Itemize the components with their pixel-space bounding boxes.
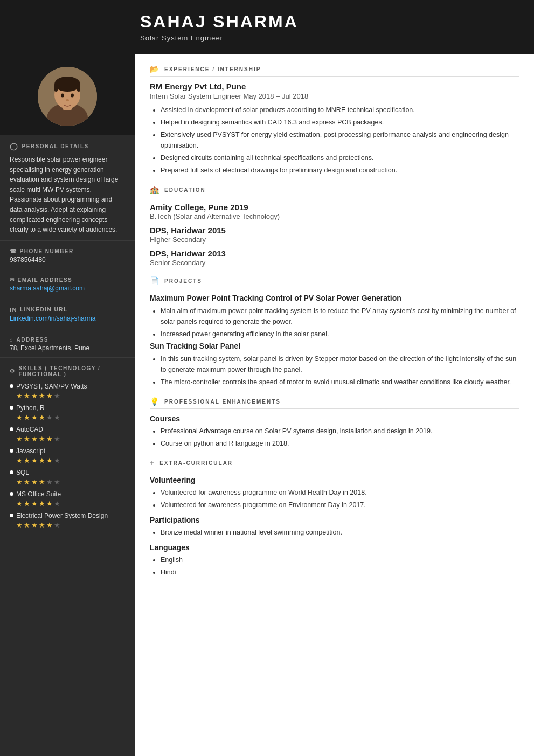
star-empty: ★	[54, 392, 60, 400]
exp-company: RM Energy Pvt Ltd, Pune	[150, 82, 519, 91]
skill-item: AutoCAD★★★★★★	[10, 426, 125, 443]
skill-bullet-dot	[10, 427, 13, 431]
edu-list: Amity College, Pune 2019B.Tech (Solar an…	[150, 203, 519, 267]
main-layout: ◯ PERSONAL DETAILS Responsible solar pow…	[0, 54, 534, 756]
star-empty: ★	[54, 500, 60, 508]
star-filled: ★	[16, 435, 23, 443]
pro-enh-bullets: Professional Advantage course on Solar P…	[150, 426, 519, 449]
skill-stars: ★★★★★★	[16, 456, 125, 464]
skill-stars: ★★★★★★	[16, 500, 125, 508]
project-title: Sun Tracking Solar Panel	[150, 342, 519, 350]
skill-name: SQL	[10, 469, 125, 476]
volunteering-bullets: Volunteered for awareness programme on W…	[150, 487, 519, 510]
exp-bullets: Assisted in development of solar product…	[150, 105, 519, 176]
star-filled: ★	[24, 413, 30, 421]
projects-list: Maximum Power Point Tracking Control of …	[150, 294, 519, 387]
star-filled: ★	[16, 456, 23, 464]
star-filled: ★	[46, 500, 53, 508]
edu-degree: Senior Secondary	[150, 259, 519, 267]
skill-bullet-dot	[10, 406, 13, 410]
projects-icon: 📄	[150, 276, 160, 285]
languages-title: Languages	[150, 543, 519, 552]
star-filled: ★	[16, 500, 23, 508]
skill-bullet-dot	[10, 449, 13, 453]
exp-bullet-item: Assisted in development of solar product…	[161, 105, 519, 115]
skill-bullet-dot	[10, 514, 13, 517]
star-filled: ★	[16, 478, 23, 486]
sidebar: ◯ PERSONAL DETAILS Responsible solar pow…	[0, 54, 135, 756]
svg-rect-5	[54, 84, 58, 92]
volunteering-bullet-item: Volunteered for awareness programme on E…	[161, 500, 519, 510]
language-item: English	[161, 554, 519, 565]
skill-item: Javascript★★★★★★	[10, 447, 125, 464]
star-filled: ★	[39, 521, 45, 529]
participations-bullets: Bronze medal winner in national level sw…	[150, 527, 519, 538]
home-icon: ⌂	[10, 337, 14, 343]
candidate-name: SAHAJ SHARMA	[140, 12, 299, 32]
star-filled: ★	[39, 392, 45, 400]
pro-enh-icon: 💡	[150, 397, 160, 406]
project-title: Maximum Power Point Tracking Control of …	[150, 294, 519, 302]
star-empty: ★	[54, 456, 60, 464]
skill-name: Javascript	[10, 447, 125, 455]
pro-enh-bullet-item: Professional Advantage course on Solar P…	[161, 426, 519, 436]
star-filled: ★	[24, 478, 30, 486]
extra-icon: +	[150, 459, 155, 467]
svg-point-4	[54, 77, 80, 92]
exp-bullet-item: Prepared full sets of electrical drawing…	[161, 165, 519, 176]
skill-item: PVSYST, SAM/PV Watts★★★★★★	[10, 383, 125, 400]
star-filled: ★	[46, 392, 53, 400]
star-empty: ★	[54, 413, 60, 421]
email-section: ✉ Email Address sharma.sahaj@gmail.com	[0, 269, 135, 299]
graduation-icon: 🏫	[150, 185, 160, 194]
star-filled: ★	[39, 500, 45, 508]
star-empty: ★	[46, 478, 53, 486]
header: SAHAJ SHARMA Solar System Engineer	[0, 0, 534, 54]
linkedin-value: Linkedin.com/in/sahaj-sharma	[10, 315, 125, 322]
edu-org: DPS, Haridwar 2013	[150, 249, 519, 258]
skill-name: PVSYST, SAM/PV Watts	[10, 383, 125, 390]
phone-label: ☎ Phone Number	[10, 248, 125, 254]
star-filled: ★	[31, 435, 38, 443]
participations-title: Participations	[150, 516, 519, 524]
phone-icon: ☎	[10, 248, 17, 254]
star-filled: ★	[31, 413, 38, 421]
extra-curricular-section: + EXTRA-CURRICULAR Volunteering Voluntee…	[150, 459, 519, 578]
email-value: sharma.sahaj@gmail.com	[10, 285, 125, 292]
project-bullet-item: In this sun tracking system, solar panel…	[161, 353, 519, 375]
briefcase-icon: 📂	[150, 65, 160, 73]
education-title: 🏫 EDUCATION	[150, 185, 519, 197]
projects-title: 📄 PROJECTS	[150, 276, 519, 288]
avatar	[38, 67, 97, 126]
language-item: Hindi	[161, 567, 519, 578]
star-filled: ★	[16, 413, 23, 421]
edu-degree: Higher Secondary	[150, 235, 519, 244]
exp-bullet-item: Extensively used PVSYST for energy yield…	[161, 129, 519, 151]
professional-enhancements-section: 💡 PROFESSIONAL ENHANCEMENTS Courses Prof…	[150, 397, 519, 449]
star-filled: ★	[24, 456, 30, 464]
star-filled: ★	[46, 435, 53, 443]
star-filled: ★	[24, 521, 30, 529]
star-filled: ★	[39, 456, 45, 464]
skill-stars: ★★★★★★	[16, 413, 125, 421]
exp-bullet-item: Designed circuits containing all technic…	[161, 152, 519, 163]
participation-bullet-item: Bronze medal winner in national level sw…	[161, 527, 519, 538]
star-empty: ★	[54, 521, 60, 529]
exp-role: Intern Solar System Engineer May 2018 – …	[150, 92, 519, 100]
project-bullet-item: The micro-controller controls the speed …	[161, 377, 519, 387]
personal-details-section: ◯ PERSONAL DETAILS Responsible solar pow…	[0, 135, 135, 241]
skill-name: Electrical Power System Design	[10, 512, 125, 519]
star-filled: ★	[24, 500, 30, 508]
star-filled: ★	[39, 413, 45, 421]
skill-stars: ★★★★★★	[16, 521, 125, 529]
projects-section: 📄 PROJECTS Maximum Power Point Tracking …	[150, 276, 519, 387]
bio-text: Responsible solar power engineer special…	[10, 155, 125, 235]
star-filled: ★	[39, 478, 45, 486]
project-bullet-item: Increased power generating efficiency in…	[161, 329, 519, 339]
project-bullet-item: Main aim of maximum power point tracking…	[161, 306, 519, 327]
skill-bullet-dot	[10, 470, 13, 474]
phone-value: 9878564480	[10, 256, 125, 263]
star-filled: ★	[16, 521, 23, 529]
star-filled: ★	[31, 456, 38, 464]
skill-item: Electrical Power System Design★★★★★★	[10, 512, 125, 529]
